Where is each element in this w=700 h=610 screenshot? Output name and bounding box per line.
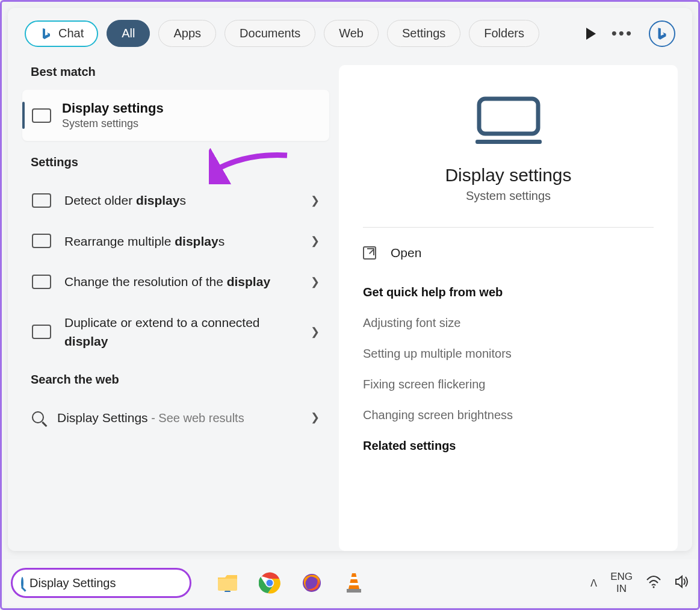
help-link-font-size[interactable]: Adjusting font size: [363, 316, 654, 330]
svg-rect-9: [350, 577, 358, 579]
system-tray: ᐱ ENG IN: [590, 571, 689, 596]
details-pane: Display settings System settings Open Ge…: [339, 65, 678, 551]
chevron-right-icon: ❯: [311, 234, 320, 247]
quick-help-heading: Get quick help from web: [363, 285, 654, 299]
bing-icon: [39, 26, 54, 41]
display-icon: [32, 275, 51, 289]
svg-point-12: [653, 586, 655, 588]
wifi-icon[interactable]: [646, 575, 661, 591]
help-link-screen-brightness[interactable]: Changing screen brightness: [363, 408, 654, 422]
setting-text: Detect older displays: [64, 191, 297, 210]
external-link-icon: [363, 246, 376, 260]
display-icon: [32, 193, 51, 208]
chat-label: Chat: [58, 26, 84, 40]
search-icon: [21, 577, 23, 589]
related-settings-heading: Related settings: [363, 439, 654, 453]
search-icon: [32, 411, 44, 423]
display-icon: [32, 325, 51, 339]
speaker-icon[interactable]: [675, 575, 689, 591]
svg-rect-1: [475, 140, 542, 144]
settings-heading: Settings: [31, 155, 329, 169]
web-result-item[interactable]: Display Settings - See web results ❯: [22, 397, 329, 438]
taskbar-search-box[interactable]: [11, 568, 191, 598]
firefox-icon[interactable]: [300, 571, 324, 595]
display-icon: [32, 234, 51, 248]
setting-text: Rearrange multiple displays: [64, 232, 297, 251]
tab-documents[interactable]: Documents: [225, 20, 315, 47]
help-link-multiple-monitors[interactable]: Setting up multiple monitors: [363, 347, 654, 361]
chevron-right-icon: ❯: [311, 411, 320, 424]
results-list: Best match Display settings System setti…: [22, 65, 329, 551]
filter-tabs-row: Chat All Apps Documents Web Settings Fol…: [8, 8, 692, 47]
setting-item-change-resolution[interactable]: Change the resolution of the display ❯: [22, 261, 329, 302]
details-title: Display settings: [363, 165, 654, 185]
search-web-heading: Search the web: [31, 373, 329, 387]
svg-rect-3: [225, 591, 231, 592]
setting-item-detect-displays[interactable]: Detect older displays ❯: [22, 180, 329, 221]
tray-chevron-up-icon[interactable]: ᐱ: [590, 577, 597, 589]
details-subtitle: System settings: [363, 189, 654, 203]
svg-rect-2: [218, 579, 237, 591]
tab-all[interactable]: All: [107, 20, 150, 47]
tab-web[interactable]: Web: [324, 20, 379, 47]
vlc-icon[interactable]: [342, 571, 366, 595]
best-match-result[interactable]: Display settings System settings: [22, 90, 329, 141]
best-match-title: Display settings: [62, 101, 164, 116]
more-tabs-arrow-icon[interactable]: [586, 28, 596, 40]
setting-item-duplicate-extend[interactable]: Duplicate or extend to a connected displ…: [22, 302, 329, 362]
language-indicator[interactable]: ENG IN: [610, 571, 633, 596]
open-label: Open: [391, 246, 421, 260]
divider: [363, 227, 654, 228]
best-match-heading: Best match: [31, 65, 329, 79]
chrome-icon[interactable]: [258, 571, 282, 595]
search-results-panel: Chat All Apps Documents Web Settings Fol…: [8, 8, 692, 551]
setting-text: Change the resolution of the display: [64, 272, 297, 291]
chevron-right-icon: ❯: [311, 194, 320, 207]
taskbar-search-input[interactable]: [29, 576, 182, 590]
chevron-right-icon: ❯: [311, 275, 320, 288]
taskbar: ᐱ ENG IN: [4, 559, 696, 606]
options-ellipsis-icon[interactable]: •••: [612, 24, 633, 43]
bing-chat-button[interactable]: [649, 20, 675, 47]
chevron-right-icon: ❯: [311, 325, 320, 338]
svg-rect-11: [347, 589, 361, 593]
tab-folders[interactable]: Folders: [469, 20, 539, 47]
display-icon: [32, 108, 51, 123]
tab-apps[interactable]: Apps: [158, 20, 216, 47]
setting-item-rearrange-displays[interactable]: Rearrange multiple displays ❯: [22, 221, 329, 262]
best-match-subtitle: System settings: [62, 117, 164, 130]
svg-rect-0: [479, 99, 538, 134]
tab-settings[interactable]: Settings: [387, 20, 460, 47]
setting-text: Duplicate or extend to a connected displ…: [64, 313, 297, 351]
open-action[interactable]: Open: [363, 246, 654, 260]
file-explorer-icon[interactable]: [215, 571, 240, 595]
display-hero-icon: [475, 95, 542, 147]
svg-rect-10: [349, 583, 359, 585]
web-result-text: Display Settings - See web results: [57, 408, 297, 428]
help-link-screen-flickering[interactable]: Fixing screen flickering: [363, 378, 654, 391]
chat-tab[interactable]: Chat: [25, 20, 98, 47]
svg-point-7: [267, 580, 273, 587]
